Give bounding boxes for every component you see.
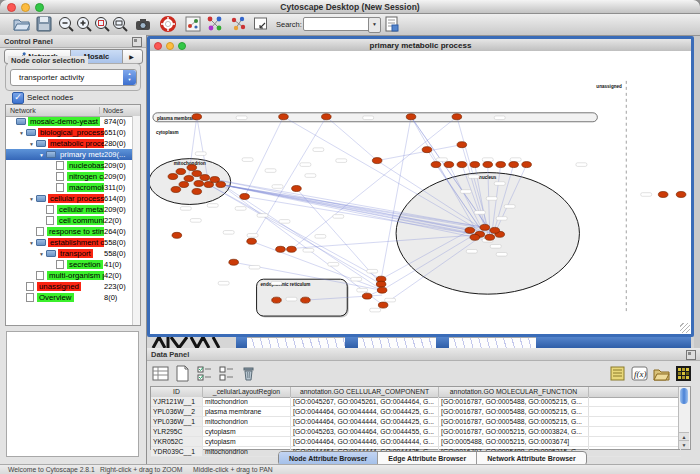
tree-row[interactable]: response to stimulu264(0)	[6, 226, 140, 237]
network-node[interactable]	[483, 162, 493, 168]
network-node[interactable]	[172, 232, 182, 238]
table-row[interactable]: YPL036W__2plasma membrane[GO:0044464, GO…	[151, 407, 681, 417]
search-index-icon[interactable]	[383, 15, 401, 33]
select-all-attributes-icon[interactable]	[196, 365, 213, 382]
network-node[interactable]	[362, 293, 372, 299]
network-node[interactable]	[292, 186, 302, 192]
network-node[interactable]	[216, 182, 226, 188]
tree-row[interactable]: ▼cellular process614(0)	[6, 193, 140, 204]
column-header[interactable]: ID	[151, 387, 203, 397]
unselect-all-attributes-icon[interactable]	[218, 365, 235, 382]
scrollbar-thumb[interactable]	[680, 388, 688, 404]
network-node[interactable]	[192, 189, 202, 195]
create-attribute-icon[interactable]	[174, 365, 191, 382]
network-node[interactable]	[431, 162, 441, 168]
background-window-border[interactable]	[436, 337, 449, 348]
network-node[interactable]	[372, 158, 382, 164]
delete-attribute-icon[interactable]	[240, 365, 257, 382]
expander-icon[interactable]: ▼	[29, 240, 36, 246]
search-dropdown-arrow-icon[interactable]: ▼	[368, 17, 381, 33]
expander-icon[interactable]: ▼	[39, 152, 46, 158]
tree-row[interactable]: Overview8(0)	[6, 292, 140, 303]
expander-icon[interactable]: ▼	[29, 196, 36, 202]
scroll-down-icon[interactable]: ▼	[679, 440, 689, 449]
tree-row[interactable]: mosaic-demo-yeast874(0)	[6, 116, 140, 127]
tree-scrollbar[interactable]	[132, 116, 140, 325]
expander-icon[interactable]: ▼	[39, 251, 46, 257]
network-node[interactable]	[676, 192, 686, 198]
network-node[interactable]	[378, 302, 388, 308]
expander-icon[interactable]: ▼	[19, 130, 26, 136]
network-node[interactable]	[279, 114, 289, 120]
search-input[interactable]	[303, 17, 371, 31]
tree-row[interactable]: multi-organism pro42(0)	[6, 270, 140, 281]
tree-row[interactable]: nitrogen compo209(0)	[6, 171, 140, 182]
network-node[interactable]	[452, 114, 462, 120]
network-node[interactable]	[192, 171, 202, 177]
network-node[interactable]	[470, 162, 480, 168]
network-node[interactable]	[287, 246, 297, 252]
background-window-border[interactable]	[236, 337, 247, 348]
network-node[interactable]	[187, 165, 197, 171]
expander-icon[interactable]: ▼	[29, 141, 36, 147]
vizmapper-icon[interactable]	[206, 15, 224, 33]
network-node[interactable]	[485, 234, 495, 240]
network-node[interactable]	[301, 297, 311, 303]
node-color-dropdown[interactable]: transporter activity ▲▼	[10, 69, 137, 86]
network-node[interactable]	[272, 297, 282, 303]
network-node[interactable]	[184, 176, 194, 182]
zoom-in-icon[interactable]	[75, 15, 93, 33]
network-node[interactable]	[192, 114, 202, 120]
network-node[interactable]	[496, 162, 506, 168]
tree-row[interactable]: ▼transport558(0)	[6, 248, 140, 259]
zoom-out-icon[interactable]	[57, 15, 75, 33]
network-node[interactable]	[470, 234, 480, 240]
more-tabs-arrow[interactable]: ▶	[123, 50, 140, 63]
network-node[interactable]	[322, 114, 332, 120]
compartment-plasma-membrane[interactable]	[153, 113, 597, 122]
float-panel-icon[interactable]	[132, 37, 142, 47]
network-node[interactable]	[377, 287, 387, 293]
help-lifebuoy-icon[interactable]	[159, 15, 177, 33]
network-node[interactable]	[194, 181, 204, 187]
select-nodes-checkbox[interactable]: ✓	[12, 92, 24, 104]
snapshot-camera-icon[interactable]	[134, 15, 152, 33]
network-node[interactable]	[176, 169, 186, 175]
tree-row[interactable]: macromolecule311(0)	[6, 182, 140, 193]
import-attributes-icon[interactable]	[653, 365, 670, 382]
column-header[interactable]: annotation.GO CELLULAR_COMPONENT	[291, 387, 439, 397]
network-node[interactable]	[457, 142, 467, 148]
network-node[interactable]	[376, 281, 386, 287]
tree-row[interactable]: unassigned223(0)	[6, 281, 140, 292]
network-canvas[interactable]: plasma membranecytoplasmmitochondrionnuc…	[150, 51, 691, 334]
formula-builder-icon[interactable]: f(x)	[631, 365, 648, 382]
network-node[interactable]	[406, 114, 416, 120]
network-node[interactable]	[522, 162, 532, 168]
network-node[interactable]	[168, 174, 178, 180]
network-node[interactable]	[457, 162, 467, 168]
network-overview-icon[interactable]	[184, 15, 202, 33]
network-node[interactable]	[422, 147, 432, 153]
column-header[interactable]: annotation.GO MOLECULAR_FUNCTION	[439, 387, 589, 397]
table-scrollbar[interactable]: ▲ ▼	[678, 387, 690, 449]
network-node[interactable]	[229, 259, 239, 265]
tree-row[interactable]: nucleobase-209(0)	[6, 160, 140, 171]
float-panel-icon[interactable]	[686, 350, 696, 360]
column-header[interactable]	[589, 387, 681, 397]
network-node[interactable]	[465, 227, 475, 233]
zoom-selected-icon[interactable]	[93, 15, 111, 33]
select-attributes-icon[interactable]	[152, 365, 169, 382]
table-row[interactable]: YKR052Ccytoplasm[GO:0044464, GO:0044446,…	[151, 437, 681, 447]
network-node[interactable]	[444, 162, 454, 168]
annotation-icon[interactable]	[252, 15, 270, 33]
network-edge[interactable]	[326, 117, 377, 161]
tree-row[interactable]: ▼metabolic process280(0)	[6, 138, 140, 149]
tree-row[interactable]: cellular metabol209(0)	[6, 204, 140, 215]
network-node[interactable]	[480, 224, 490, 230]
tree-row[interactable]: secretion41(0)	[6, 259, 140, 270]
network-edge[interactable]	[209, 185, 381, 285]
network-node[interactable]	[240, 193, 250, 199]
network-node[interactable]	[247, 238, 257, 244]
tree-row[interactable]: ▼establishment of lo558(0)	[6, 237, 140, 248]
tree-row[interactable]: cell communicat22(0)	[6, 215, 140, 226]
